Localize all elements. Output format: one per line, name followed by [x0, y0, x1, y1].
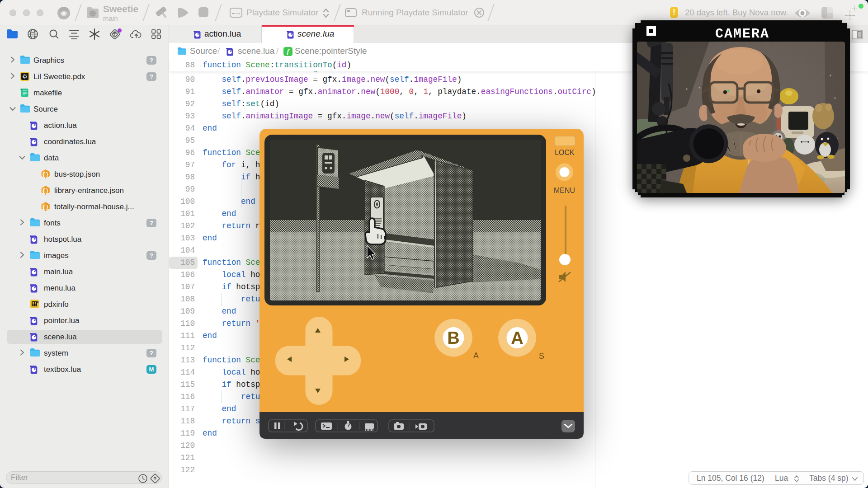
svg-text:{}: {} — [42, 171, 48, 178]
svg-text:{}: {} — [42, 188, 48, 194]
svg-text:S: S — [539, 352, 544, 361]
svg-text:CAMERA: CAMERA — [715, 26, 769, 42]
svg-text:LOCK: LOCK — [555, 149, 575, 156]
svg-text:{}: {} — [42, 204, 48, 210]
svg-text:A: A — [473, 351, 479, 360]
svg-text:A: A — [511, 328, 523, 347]
svg-text:B: B — [447, 328, 459, 347]
svg-text:MENU: MENU — [554, 187, 575, 194]
